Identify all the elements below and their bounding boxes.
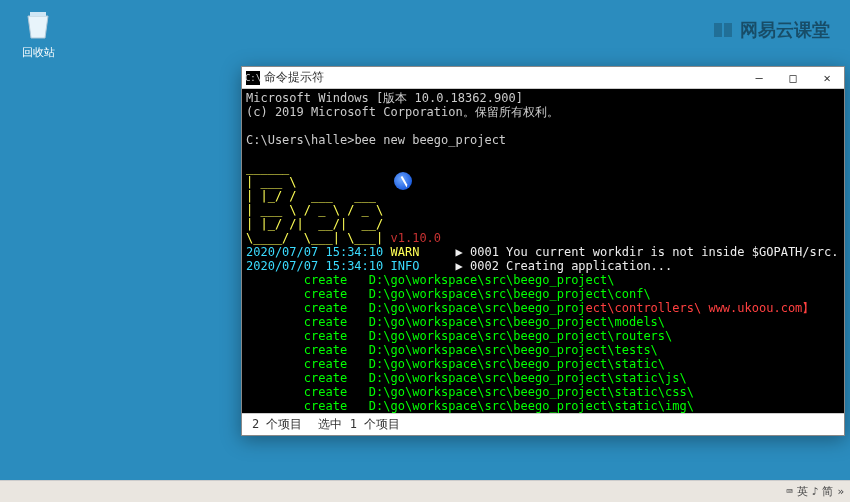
path: D:\go\workspace\src\beego_proj	[369, 301, 586, 315]
path: D:\go\workspace\src\beego_project\static…	[369, 399, 694, 413]
create: create	[304, 273, 347, 287]
recycle-bin-icon	[20, 6, 56, 42]
ime-icon[interactable]: ⌨	[786, 485, 793, 498]
tray-chevron-icon[interactable]: »	[837, 485, 844, 498]
prompt: C:\Users\halle>	[246, 133, 354, 147]
create: create	[304, 371, 347, 385]
path: D:\go\workspace\src\beego_project\static…	[369, 385, 694, 399]
create: create	[304, 329, 347, 343]
taskbar[interactable]: ⌨ 英 ♪ 简 »	[0, 480, 850, 502]
ime-mode[interactable]: ♪	[812, 485, 819, 498]
bee-version: v1.10.0	[391, 231, 442, 245]
terminal-output[interactable]: Microsoft Windows [版本 10.0.18362.900] (c…	[242, 89, 844, 413]
ime-lang[interactable]: 英	[797, 484, 808, 499]
maximize-button[interactable]: □	[776, 67, 810, 89]
close-button[interactable]: ✕	[810, 67, 844, 89]
window-title: 命令提示符	[264, 69, 742, 86]
bee-logo: ______ | ___ \ | |_/ / ___ ___ | ___ \ /…	[246, 161, 391, 245]
recycle-bin[interactable]: 回收站	[14, 6, 62, 60]
overlay: www.ukoou.com】	[701, 301, 814, 315]
path: D:\go\workspace\src\beego_project\tests\	[369, 343, 658, 357]
msg: ▶ 0001 You current workdir is not inside…	[456, 245, 839, 259]
create: create	[304, 301, 347, 315]
svg-rect-0	[30, 12, 46, 16]
book-icon	[712, 21, 734, 39]
level-warn: WARN	[391, 245, 420, 259]
system-tray[interactable]: ⌨ 英 ♪ 简 »	[786, 484, 844, 499]
line: (c) 2019 Microsoft Corporation。保留所有权利。	[246, 105, 559, 119]
minimize-button[interactable]: —	[742, 67, 776, 89]
create: create	[304, 343, 347, 357]
ts: 2020/07/07 15:34:10	[246, 259, 383, 273]
path: D:\go\workspace\src\beego_project\models…	[369, 315, 665, 329]
msg: ▶ 0002 Creating application...	[456, 259, 673, 273]
command-prompt-window: C:\ 命令提示符 — □ ✕ Microsoft Windows [版本 10…	[241, 66, 845, 436]
command: bee new beego_project	[354, 133, 506, 147]
brand-watermark: 网易云课堂	[712, 18, 830, 42]
explorer-statusbar: 2 个项目 选中 1 个项目	[242, 413, 844, 435]
create: create	[304, 399, 347, 413]
status-item-count: 2 个项目	[252, 416, 302, 433]
line: Microsoft Windows [版本 10.0.18362.900]	[246, 91, 523, 105]
create: create	[304, 385, 347, 399]
path: D:\go\workspace\src\beego_project\static…	[369, 371, 687, 385]
create: create	[304, 315, 347, 329]
watermark-text: 网易云课堂	[740, 18, 830, 42]
ts: 2020/07/07 15:34:10	[246, 245, 383, 259]
recycle-bin-label: 回收站	[14, 45, 62, 60]
window-titlebar[interactable]: C:\ 命令提示符 — □ ✕	[242, 67, 844, 89]
path: D:\go\workspace\src\beego_project\conf\	[369, 287, 651, 301]
overlay: ect\controllers\	[586, 301, 702, 315]
level-info: INFO	[391, 259, 420, 273]
path: D:\go\workspace\src\beego_project\	[369, 273, 615, 287]
create: create	[304, 357, 347, 371]
path: D:\go\workspace\src\beego_project\static…	[369, 357, 665, 371]
ime-simp[interactable]: 简	[822, 484, 833, 499]
path: D:\go\workspace\src\beego_project\router…	[369, 329, 672, 343]
cmd-icon: C:\	[246, 71, 260, 85]
create: create	[304, 287, 347, 301]
status-selection: 选中 1 个项目	[318, 416, 400, 433]
